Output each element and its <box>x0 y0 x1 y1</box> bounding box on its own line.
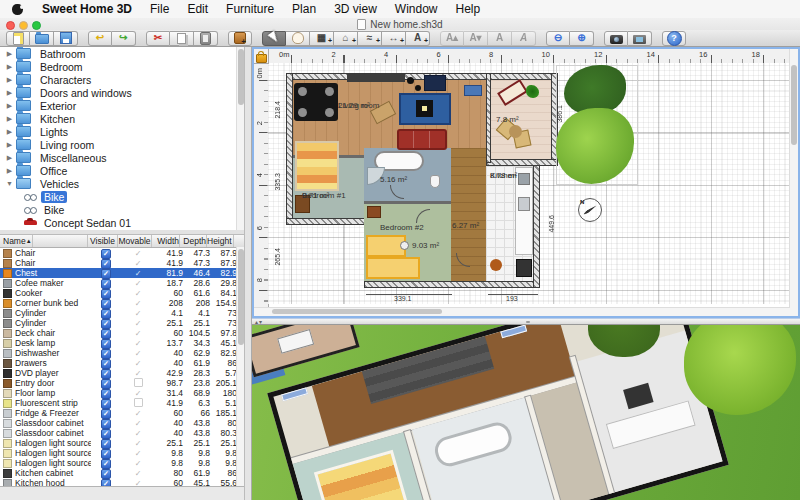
menu-item-help[interactable]: Help <box>447 2 490 16</box>
table-row-dvd-player[interactable]: DVD player✓✓42.928.35.7 <box>0 368 244 378</box>
movable-check[interactable]: ✓ <box>135 289 142 298</box>
pan-button[interactable] <box>286 31 310 46</box>
tree-category-doors-and-windows[interactable]: ▶Doors and windows <box>0 86 244 99</box>
menu-item-plan[interactable]: Plan <box>283 2 325 16</box>
table-row-halogen-light-source[interactable]: Halogen light source✓✓9.89.89.8 <box>0 448 244 458</box>
dresser[interactable] <box>367 206 381 218</box>
copy-button[interactable] <box>170 31 194 46</box>
tree-category-bathroom[interactable]: ▶Bathroom <box>0 47 244 60</box>
decrease-text-size-button[interactable]: A▾ <box>464 31 488 46</box>
tree-category-kitchen[interactable]: ▶Kitchen <box>0 112 244 125</box>
create-walls-button[interactable]: ▦+ <box>310 31 334 46</box>
wall[interactable] <box>286 218 370 225</box>
wall[interactable] <box>286 73 558 80</box>
table-row-cooker[interactable]: Cooker✓✓6061.684.1 <box>0 288 244 298</box>
zoom-out-button[interactable]: ⊖ <box>546 31 570 46</box>
undo-button[interactable]: ↩ <box>88 31 112 46</box>
chair[interactable] <box>298 87 307 96</box>
stool[interactable] <box>400 241 409 250</box>
create-rooms-button[interactable]: ⌂+ <box>334 31 358 46</box>
table-row-fluorescent-strip[interactable]: Fluorescent strip✓41.96.35.1 <box>0 398 244 408</box>
plan-horizontal-scrollbar[interactable] <box>254 307 790 316</box>
movable-check[interactable]: ✓ <box>135 469 142 478</box>
column-header-width[interactable]: Width <box>152 235 180 247</box>
table-row-cylinder[interactable]: Cylinder✓✓25.125.173 <box>0 318 244 328</box>
menu-item-file[interactable]: File <box>141 2 178 16</box>
sink[interactable] <box>518 173 530 185</box>
paste-button[interactable] <box>194 31 218 46</box>
table-row-chest[interactable]: Chest✓✓81.946.482.9 <box>0 268 244 278</box>
tree-category-exterior[interactable]: ▶Exterior <box>0 99 244 112</box>
table-row-chair[interactable]: Chair✓✓41.947.387.9 <box>0 248 244 258</box>
movable-check[interactable]: ✓ <box>135 319 142 328</box>
select-button[interactable] <box>262 31 286 46</box>
chair[interactable] <box>325 108 334 117</box>
wall[interactable] <box>286 73 293 225</box>
wall[interactable] <box>364 201 451 204</box>
lock-base-plan-icon[interactable] <box>256 54 267 63</box>
disclosure-triangle-icon[interactable]: ▶ <box>5 154 14 162</box>
sideboard[interactable] <box>347 74 405 82</box>
create-photo-button[interactable] <box>604 31 628 46</box>
tree-category-vehicles[interactable]: ▼Vehicles <box>0 177 244 190</box>
table-row-cylinder[interactable]: Cylinder✓✓4.14.173 <box>0 308 244 318</box>
toilet[interactable] <box>430 175 440 188</box>
bold-button[interactable]: A <box>488 31 512 46</box>
movable-check[interactable]: ✓ <box>135 329 142 338</box>
chair[interactable] <box>298 108 307 117</box>
table-row-dishwasher[interactable]: Dishwasher✓✓4062.982.9 <box>0 348 244 358</box>
movable-check[interactable]: ✓ <box>135 299 142 308</box>
table-row-deck-chair[interactable]: Deck chair✓✓60104.597.8 <box>0 328 244 338</box>
movable-check[interactable]: ✓ <box>135 419 142 428</box>
disclosure-triangle-icon[interactable]: ▶ <box>5 115 14 123</box>
menu-item-sweet-home-3d[interactable]: Sweet Home 3D <box>33 2 141 16</box>
movable-checkbox-empty[interactable] <box>134 378 143 387</box>
plan-hscroll-thumb[interactable] <box>272 309 442 314</box>
plant[interactable] <box>526 85 539 98</box>
tree-item-bike[interactable]: Bike <box>0 190 244 203</box>
redo-button[interactable]: ↪ <box>112 31 136 46</box>
column-header-depth[interactable]: Depth <box>180 235 207 247</box>
zoom-in-button[interactable]: ⊕ <box>570 31 594 46</box>
tree-category-office[interactable]: ▶Office <box>0 164 244 177</box>
furniture-catalog-tree[interactable]: ▶Bathroom▶Bedroom▶Characters▶Doors and w… <box>0 47 244 231</box>
save-button[interactable] <box>54 31 78 46</box>
panel-splitter-vertical[interactable] <box>244 47 252 500</box>
new-home-button[interactable] <box>6 31 30 46</box>
column-header-height[interactable]: Height <box>207 235 234 247</box>
tree-category-living-room[interactable]: ▶Living room <box>0 138 244 151</box>
menu-item-3d-view[interactable]: 3D view <box>325 2 386 16</box>
tree-item-concept-sedan-01[interactable]: Concept Sedan 01 <box>0 216 244 229</box>
movable-check[interactable]: ✓ <box>135 259 142 268</box>
movable-check[interactable]: ✓ <box>135 249 142 258</box>
tv-unit[interactable] <box>424 75 446 91</box>
add-text-button[interactable]: A+ <box>406 31 430 46</box>
disclosure-triangle-icon[interactable]: ▶ <box>5 89 14 97</box>
table-row-drawers[interactable]: Drawers✓✓4061.986 <box>0 358 244 368</box>
disclosure-triangle-icon[interactable]: ▶ <box>5 167 14 175</box>
table-row-cofee-maker[interactable]: Cofee maker✓✓18.728.629.8 <box>0 278 244 288</box>
bed[interactable] <box>295 141 339 191</box>
table-row-halogen-light-source[interactable]: Halogen light source✓✓25.125.125.1 <box>0 438 244 448</box>
apple-icon[interactable] <box>12 4 23 15</box>
sofa[interactable] <box>397 129 447 150</box>
menu-item-edit[interactable]: Edit <box>178 2 217 16</box>
speaker[interactable] <box>415 85 421 91</box>
movable-checkbox-empty[interactable] <box>134 398 143 407</box>
column-header-name[interactable]: Name ▲ <box>0 235 88 247</box>
menu-item-window[interactable]: Window <box>386 2 447 16</box>
table-row-glassdoor-cabinet[interactable]: Glassdoor cabinet✓✓4043.880 <box>0 418 244 428</box>
corner-sofa-b[interactable] <box>366 257 420 279</box>
compass[interactable]: N <box>578 198 602 222</box>
disclosure-triangle-icon[interactable]: ▶ <box>5 141 14 149</box>
cut-button[interactable]: ✂ <box>146 31 170 46</box>
table-row-entry-door[interactable]: Entry door✓98.723.8205.1 <box>0 378 244 388</box>
disclosure-triangle-icon[interactable]: ▶ <box>5 102 14 110</box>
furniture-table-header[interactable]: Name ▲VisibleMovableWidthDepthHeight <box>0 235 244 248</box>
movable-check[interactable]: ✓ <box>135 309 142 318</box>
disclosure-triangle-icon[interactable]: ▼ <box>5 180 14 187</box>
add-furniture-button[interactable] <box>228 31 252 46</box>
table-row-fridge-freezer[interactable]: Fridge & Freezer✓✓6066185.1 <box>0 408 244 418</box>
table-row-floor-lamp[interactable]: Floor lamp✓✓31.468.9180 <box>0 388 244 398</box>
tree-category-bedroom[interactable]: ▶Bedroom <box>0 60 244 73</box>
